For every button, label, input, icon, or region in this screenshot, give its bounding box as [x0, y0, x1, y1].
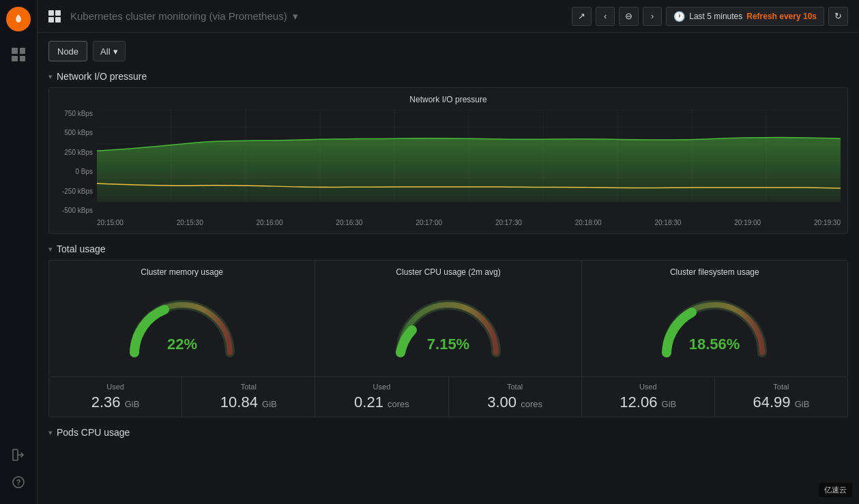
time-range-selector[interactable]: 🕐 Last 5 minutes Refresh every 10s [666, 7, 824, 26]
title-dropdown-icon[interactable]: ▾ [293, 10, 298, 22]
signin-icon[interactable] [10, 447, 27, 463]
clock-icon: 🕐 [673, 11, 685, 22]
main-content: Kubernetes cluster monitoring (via Prome… [38, 0, 859, 504]
memory-total-cell: Total 10.84 GiB [182, 377, 315, 417]
network-chart-panel: Network I/O pressure 750 kBps 500 kBps 2… [48, 87, 848, 234]
cpu-total-unit: cores [521, 399, 542, 409]
topbar-actions: ↗ ‹ ⊖ › 🕐 Last 5 minutes Refresh every 1… [572, 7, 848, 26]
filter-bar: Node All ▾ [48, 41, 848, 61]
memory-used-label: Used [57, 383, 173, 391]
cpu-total-cell: Total 3.00 cores [449, 377, 582, 417]
filesystem-gauge-title: Cluster filesystem usage [589, 267, 841, 277]
dashboard-icon[interactable] [9, 45, 28, 64]
topbar-grid-icon [48, 10, 61, 23]
filesystem-gauge-container: 18.56% [589, 281, 841, 370]
zoom-out-button[interactable]: ⊖ [619, 7, 639, 26]
memory-gauge-container: 22% [56, 281, 308, 370]
svg-text:22%: 22% [167, 336, 197, 353]
cpu-total-label: Total [457, 383, 573, 391]
cpu-used-unit: cores [388, 399, 409, 409]
total-section-title: Total usage [57, 243, 106, 254]
fs-total-unit: GiB [795, 399, 810, 409]
content-area: Node All ▾ ▾ Network I/O pressure Networ… [38, 33, 859, 504]
node-filter-button[interactable]: Node [48, 41, 87, 61]
fs-used-cell: Used 12.06 GiB [582, 377, 715, 417]
title-text: Kubernetes cluster monitoring (via Prome… [70, 10, 287, 22]
memory-total-unit: GiB [262, 399, 277, 409]
time-range-label: Last 5 minutes [689, 12, 742, 21]
forward-button[interactable]: › [643, 7, 662, 26]
memory-used-cell: Used 2.36 GiB [49, 377, 182, 417]
gauges-row: Cluster memory usage [48, 260, 848, 377]
sidebar: ? [0, 0, 38, 504]
memory-used-value: 2.36 GiB [57, 394, 173, 411]
topbar: Kubernetes cluster monitoring (via Prome… [38, 0, 859, 33]
svg-text:7.15%: 7.15% [427, 336, 469, 353]
total-collapse-icon: ▾ [48, 245, 53, 254]
network-section-header[interactable]: ▾ Network I/O pressure [48, 71, 848, 82]
chart-svg-container: 20:15:00 20:15:30 20:16:00 20:16:30 20:1… [97, 110, 841, 226]
watermark: 亿速云 [819, 483, 852, 497]
cpu-gauge-svg: 7.15% [387, 288, 510, 363]
memory-used-unit: GiB [125, 399, 140, 409]
fs-total-label: Total [723, 383, 839, 391]
filesystem-gauge-svg: 18.56% [653, 288, 776, 363]
help-icon[interactable]: ? [10, 474, 27, 490]
svg-rect-1 [13, 449, 18, 460]
cpu-used-cell: Used 0.21 cores [315, 377, 448, 417]
x-axis-labels: 20:15:00 20:15:30 20:16:00 20:16:30 20:1… [97, 219, 841, 226]
svg-text:?: ? [16, 478, 21, 486]
network-chart-svg [97, 110, 841, 216]
back-button[interactable]: ‹ [596, 7, 615, 26]
fs-used-unit: GiB [662, 399, 677, 409]
stats-row: Used 2.36 GiB Total 10.84 GiB Used 0.21 … [48, 377, 848, 417]
cpu-used-value: 0.21 cores [323, 394, 439, 411]
share-button[interactable]: ↗ [572, 7, 592, 26]
cpu-total-value: 3.00 cores [457, 394, 573, 411]
refresh-label: Refresh every 10s [746, 12, 817, 21]
pods-section-title: Pods CPU usage [57, 427, 130, 438]
memory-gauge-svg: 22% [121, 288, 244, 363]
total-section-header[interactable]: ▾ Total usage [48, 243, 848, 254]
memory-total-value: 10.84 GiB [190, 394, 306, 411]
memory-gauge-title: Cluster memory usage [56, 267, 308, 277]
app-logo[interactable] [6, 7, 31, 31]
y-axis-labels: 750 kBps 500 kBps 250 kBps 0 Bps -250 kB… [56, 110, 97, 226]
svg-text:18.56%: 18.56% [689, 336, 740, 353]
pods-section-header[interactable]: ▾ Pods CPU usage [48, 427, 848, 438]
pods-collapse-icon: ▾ [48, 428, 53, 437]
memory-gauge-panel: Cluster memory usage [49, 261, 315, 376]
fs-total-cell: Total 64.99 GiB [715, 377, 847, 417]
cpu-gauge-title: Cluster CPU usage (2m avg) [322, 267, 574, 277]
network-section-title: Network I/O pressure [57, 71, 147, 82]
all-filter-dropdown[interactable]: All ▾ [93, 41, 125, 61]
cpu-gauge-panel: Cluster CPU usage (2m avg) [315, 261, 581, 376]
dashboard-title: Kubernetes cluster monitoring (via Prome… [68, 10, 565, 23]
network-chart-title: Network I/O pressure [56, 95, 841, 104]
sync-button[interactable]: ↻ [828, 7, 848, 26]
filesystem-gauge-panel: Cluster filesystem usage [582, 261, 847, 376]
fs-used-label: Used [590, 383, 706, 391]
network-collapse-icon: ▾ [48, 72, 53, 81]
all-filter-arrow: ▾ [113, 46, 118, 57]
memory-total-label: Total [190, 383, 306, 391]
fs-total-value: 64.99 GiB [723, 394, 839, 411]
cpu-used-label: Used [323, 383, 439, 391]
all-filter-label: All [100, 46, 110, 57]
fs-used-value: 12.06 GiB [590, 394, 706, 411]
cpu-gauge-container: 7.15% [322, 281, 574, 370]
